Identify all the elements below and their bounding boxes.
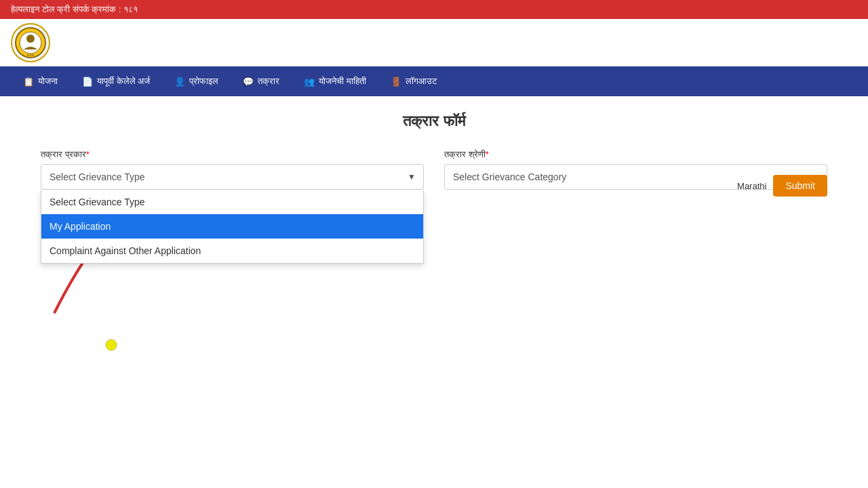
nav-grievance-label: तक्रार	[258, 76, 279, 87]
header: ●●●	[0, 19, 868, 66]
nav-logout-icon: 🚪	[391, 77, 401, 87]
nav-grievance-icon: 💬	[243, 77, 254, 87]
svg-point-2	[26, 35, 35, 43]
top-banner: हेल्पलाइन टोल फ्री संपर्क क्रमांक : १८१	[0, 0, 868, 19]
dropdown-option-my-application[interactable]: My Application	[41, 214, 423, 239]
grievance-type-value: Select Grievance Type	[50, 171, 145, 182]
nav-scheme-label: योजनेची माहिती	[319, 76, 366, 87]
grievance-category-value: Select Grievance Category	[453, 171, 566, 182]
svg-text:●●●: ●●●	[27, 53, 35, 57]
cursor-indicator	[105, 339, 117, 351]
page-title: तक्रार फॉर्म	[41, 113, 827, 130]
dropdown-option-default[interactable]: Select Grievance Type	[41, 190, 423, 214]
logo: ●●●	[11, 23, 50, 62]
helpline-text: हेल्पलाइन टोल फ्री संपर्क क्रमांक : १८१	[11, 4, 138, 14]
grievance-type-label: तक्रार प्रकार*	[41, 149, 424, 160]
nav-prev-icon: 📄	[82, 77, 93, 87]
nav-yojna-label: योजना	[38, 76, 58, 87]
grievance-type-dropdown: Select Grievance Type My Application Com…	[41, 190, 424, 264]
nav-logout-label: लॉगआउट	[406, 76, 437, 87]
nav-yojna-icon: 📋	[23, 77, 34, 87]
nav-profile-icon: 👤	[174, 77, 185, 87]
grievance-type-select[interactable]: Select Grievance Type	[41, 164, 424, 190]
navbar: 📋 योजना 📄 यापूर्वी केलेले अर्ज 👤 प्रोफाइ…	[0, 66, 868, 96]
nav-scheme-info[interactable]: 👥 योजनेची माहिती	[292, 66, 378, 96]
nav-prev-label: यापूर्वी केलेले अर्ज	[97, 76, 150, 87]
form-row: तक्रार प्रकार* Select Grievance Type ▼ S…	[41, 149, 827, 190]
nav-yojna[interactable]: 📋 योजना	[11, 66, 70, 96]
logo-svg: ●●●	[14, 26, 47, 59]
nav-grievance[interactable]: 💬 तक्रार	[231, 66, 292, 96]
submit-button[interactable]: Submit	[773, 175, 827, 197]
nav-profile-label: प्रोफाइल	[189, 76, 218, 87]
submit-area: Marathi Submit	[737, 175, 827, 197]
nav-previous-applications[interactable]: 📄 यापूर्वी केलेले अर्ज	[70, 66, 162, 96]
language-label: Marathi	[737, 181, 766, 191]
nav-scheme-icon: 👥	[304, 77, 315, 87]
nav-profile[interactable]: 👤 प्रोफाइल	[162, 66, 231, 96]
nav-logout[interactable]: 🚪 लॉगआउट	[378, 66, 449, 96]
grievance-type-group: तक्रार प्रकार* Select Grievance Type ▼ S…	[41, 149, 424, 190]
main-content: तक्रार फॉर्म तक्रार प्रकार* Select Griev…	[0, 96, 868, 206]
grievance-category-label: तक्रार श्रेणी*	[444, 149, 827, 160]
grievance-type-wrapper: Select Grievance Type ▼ Select Grievance…	[41, 164, 424, 190]
dropdown-option-complaint-other[interactable]: Complaint Against Other Application	[41, 239, 423, 263]
grievance-category-group: तक्रार श्रेणी* Select Grievance Category…	[444, 149, 827, 190]
